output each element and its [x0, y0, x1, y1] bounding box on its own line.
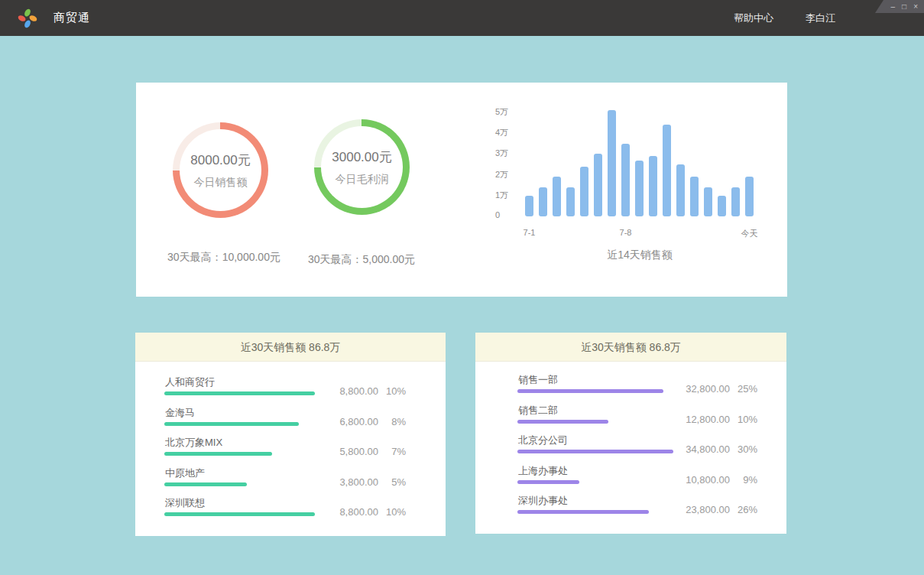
y-axis-tick: 0: [495, 210, 500, 219]
list-item-amount: 6,800.00: [323, 416, 378, 427]
list-item-progress-bar: [164, 391, 315, 395]
chart-bar: [718, 196, 726, 216]
chart-bar: [566, 187, 575, 216]
list-item-name: 上海办事处: [518, 464, 568, 478]
chart-bar: [676, 164, 685, 216]
chart-bar: [580, 167, 588, 216]
list-item-name: 深圳办事处: [518, 494, 568, 508]
overview-card: 8000.00元 今日销售额 30天最高：10,000.00元 3000.00元…: [136, 83, 787, 297]
chart-caption: 近14天销售额: [525, 249, 754, 262]
list-item-amount: 3,800.00: [323, 476, 378, 488]
brand: 商贸通: [17, 8, 90, 29]
list-item-amount: 34,800.00: [675, 443, 730, 455]
chart-bar: [663, 125, 671, 216]
today-profit-label: 今日毛利润: [336, 173, 389, 187]
list-item: 北京万象MIX5,800.007%: [164, 436, 406, 466]
y-axis-tick: 3万: [495, 148, 508, 159]
today-profit-ring-center: 3000.00元 今日毛利润: [321, 126, 403, 208]
list-item-values: 34,800.0030%: [675, 443, 757, 455]
list-item-percent: 5%: [378, 476, 406, 488]
list-item-amount: 12,800.00: [675, 414, 730, 425]
titlebar: 商贸通 帮助中心 李白江 – □ ×: [0, 0, 924, 36]
customers-card-title: 近30天销售额 86.8万: [135, 333, 446, 362]
today-sales-ring-center: 8000.00元 今日销售额: [180, 129, 261, 211]
today-sales-label: 今日销售额: [194, 176, 248, 190]
x-axis-label: 7-1: [524, 228, 536, 237]
y-axis-tick: 2万: [495, 169, 508, 180]
list-item: 北京分公司34,800.0030%: [517, 434, 757, 464]
today-sales-value: 8000.00元: [190, 151, 250, 169]
list-item: 人和商贸行8,800.0010%: [164, 375, 406, 406]
list-item-percent: 10%: [378, 506, 406, 518]
list-item-progress-bar: [164, 422, 299, 426]
app-logo-icon: [17, 8, 38, 29]
y-axis-tick: 5万: [495, 106, 508, 118]
list-item-name: 北京万象MIX: [165, 436, 222, 450]
y-axis-tick: 1万: [495, 190, 508, 201]
list-item-values: 6,800.008%: [323, 416, 406, 427]
customers-card: 近30天销售额 86.8万 人和商贸行8,800.0010%金海马6,800.0…: [135, 333, 446, 536]
list-item-percent: 8%: [378, 416, 406, 427]
maximize-button[interactable]: □: [902, 3, 906, 11]
chart-bar: [649, 156, 657, 216]
list-item-progress-bar: [517, 510, 649, 514]
list-item-values: 12,800.0010%: [675, 414, 757, 425]
list-item-name: 销售一部: [518, 373, 558, 387]
list-item-values: 8,800.0010%: [323, 385, 406, 397]
window-controls: – □ ×: [875, 0, 924, 13]
list-item: 金海马6,800.008%: [164, 406, 406, 437]
today-profit-30d-max: 30天最高：5,000.00元: [270, 253, 453, 267]
chart-bar: [553, 177, 561, 216]
titlebar-menu: 帮助中心 李白江: [734, 11, 835, 25]
list-item-amount: 5,800.00: [323, 446, 378, 457]
list-item-percent: 25%: [730, 383, 757, 395]
list-item-percent: 10%: [378, 385, 406, 397]
customers-list: 人和商贸行8,800.0010%金海马6,800.008%北京万象MIX5,80…: [135, 362, 446, 527]
help-center-link[interactable]: 帮助中心: [734, 11, 773, 25]
minimize-button[interactable]: –: [891, 3, 896, 11]
chart-bar: [704, 187, 712, 216]
chart-bar: [608, 110, 616, 216]
x-axis-label: 7-8: [620, 228, 632, 237]
list-item-percent: 9%: [730, 474, 757, 486]
list-item: 上海办事处10,800.009%: [517, 464, 757, 495]
list-item-values: 32,800.0025%: [675, 383, 757, 395]
chart-bar: [594, 154, 602, 216]
list-item-progress-bar: [517, 480, 579, 484]
chart-bar: [525, 196, 533, 216]
list-item-values: 3,800.005%: [323, 476, 406, 488]
list-item-progress-bar: [164, 482, 247, 486]
list-item-percent: 7%: [378, 446, 406, 457]
list-item-values: 5,800.007%: [323, 446, 406, 457]
chart-bar: [745, 177, 754, 216]
y-axis-tick: 4万: [495, 127, 508, 138]
chart-bar: [690, 177, 699, 216]
list-item: 深圳办事处23,800.0026%: [517, 494, 757, 525]
list-item-name: 中原地产: [165, 466, 205, 480]
list-item-values: 10,800.009%: [675, 474, 757, 486]
dashboard-page: 8000.00元 今日销售额 30天最高：10,000.00元 3000.00元…: [0, 36, 924, 575]
user-menu[interactable]: 李白江: [806, 11, 835, 25]
list-item-values: 23,800.0026%: [675, 504, 757, 515]
list-item-amount: 10,800.00: [675, 474, 730, 486]
list-item-progress-bar: [517, 450, 673, 453]
departments-list: 销售一部32,800.0025%销售二部12,800.0010%北京分公司34,…: [475, 362, 786, 525]
list-item-progress-bar: [164, 452, 272, 456]
today-sales-ring: 8000.00元 今日销售额: [173, 122, 268, 218]
departments-card: 近30天销售额 86.8万 销售一部32,800.0025%销售二部12,800…: [475, 333, 786, 534]
close-button[interactable]: ×: [913, 3, 918, 11]
x-axis-label: 今天: [741, 228, 758, 239]
list-item-percent: 26%: [730, 504, 757, 515]
app-title: 商贸通: [53, 11, 90, 25]
list-item-progress-bar: [517, 389, 663, 393]
chart-bar: [621, 144, 630, 216]
sales-14d-bar-chart: 5万4万3万2万1万0 7-17-8今天 近14天销售额: [495, 83, 778, 297]
list-item: 销售二部12,800.0010%: [517, 404, 757, 434]
list-item-percent: 10%: [730, 414, 757, 425]
list-item-amount: 32,800.00: [675, 383, 730, 395]
list-item-percent: 30%: [730, 443, 757, 455]
list-item-progress-bar: [517, 420, 608, 424]
chart-bar: [731, 187, 740, 216]
list-item-amount: 8,800.00: [323, 385, 378, 397]
today-profit-ring: 3000.00元 今日毛利润: [314, 119, 410, 215]
